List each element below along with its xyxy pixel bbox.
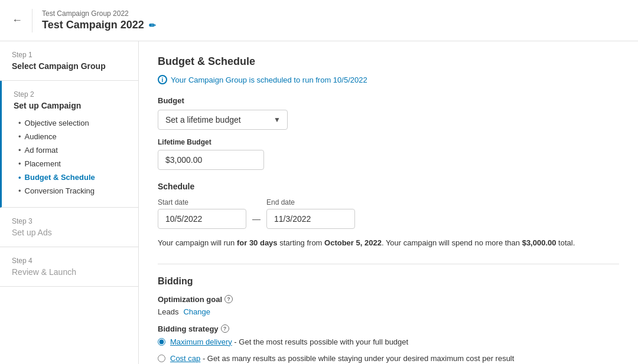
section-divider (158, 264, 619, 264)
bidding-strategy-help-icon[interactable]: ? (221, 324, 229, 333)
budget-dropdown[interactable]: Set a lifetime budget (158, 110, 288, 130)
sidebar-item-objective[interactable]: Objective selection (18, 116, 126, 130)
back-button[interactable]: ← (12, 14, 22, 27)
radio-cost-cap[interactable] (158, 355, 165, 362)
summary-text-3: . Your campaign will spend no more than (382, 238, 522, 247)
radio-label-maximum-delivery: Maximum delivery - Get the most results … (170, 337, 408, 347)
leads-text: Leads (158, 307, 178, 316)
campaign-group-name: Test Campaign Group 2022 (42, 9, 156, 18)
step1-title: Select Campaign Group (12, 61, 126, 71)
summary-bold-2: October 5, 2022 (324, 238, 382, 247)
edit-icon[interactable]: ✏ (149, 21, 156, 30)
bidding-strategy-options: Maximum delivery - Get the most results … (158, 337, 619, 364)
step2-section: Step 2 Set up Campaign Objective selecti… (0, 81, 138, 208)
end-date-label: End date (266, 198, 355, 206)
sidebar: Step 1 Select Campaign Group Step 2 Set … (0, 41, 139, 364)
sidebar-item-placement[interactable]: Placement (18, 157, 126, 170)
sidebar-item-conversion[interactable]: Conversion Tracking (18, 184, 126, 198)
lifetime-budget-label: Lifetime Budget (158, 138, 619, 146)
lifetime-budget-input[interactable] (158, 150, 264, 170)
sidebar-item-budget[interactable]: Budget & Schedule (18, 170, 126, 184)
summary-text-1: Your campaign will run (158, 238, 237, 247)
campaign-summary: Your campaign will run for 30 days start… (158, 237, 619, 250)
schedule-section: Schedule Start date — End date (158, 182, 619, 229)
end-date-input[interactable] (266, 209, 355, 229)
step1-label: Step 1 (12, 51, 126, 59)
cost-cap-link[interactable]: Cost cap (170, 354, 200, 363)
date-row: Start date — End date (158, 198, 619, 229)
leads-row: Leads Change (158, 307, 619, 316)
budget-label: Budget (158, 96, 619, 105)
bidding-title: Bidding (158, 276, 619, 287)
info-icon: i (158, 75, 167, 84)
radio-item-cost-cap[interactable]: Cost cap - Get as many results as possib… (158, 353, 619, 364)
step3-title: Set up Ads (12, 228, 126, 237)
radio-item-maximum-delivery[interactable]: Maximum delivery - Get the most results … (158, 337, 619, 347)
start-date-label: Start date (158, 198, 246, 206)
header: ← Test Campaign Group 2022 Test Campaign… (0, 0, 638, 41)
step1-section: Step 1 Select Campaign Group (0, 41, 138, 81)
bidding-strategy-label: Bidding strategy ? (158, 324, 619, 333)
campaign-title: Test Campaign 2022 (42, 19, 144, 31)
start-date-input[interactable] (158, 209, 246, 229)
radio-maximum-delivery[interactable] (158, 338, 165, 346)
step4-title: Review & Launch (12, 267, 126, 277)
step3-label: Step 3 (12, 217, 126, 225)
main-layout: Step 1 Select Campaign Group Step 2 Set … (0, 41, 638, 364)
end-date-group: End date (266, 198, 355, 229)
step2-title: Set up Campaign (14, 101, 126, 110)
budget-dropdown-wrapper: Set a lifetime budget ▼ (158, 110, 288, 130)
summary-bold-3: $3,000.00 (522, 238, 556, 247)
step2-label: Step 2 (14, 90, 126, 99)
maximum-delivery-link[interactable]: Maximum delivery (170, 337, 232, 346)
summary-text-2: starting from (278, 238, 324, 247)
step3-section: Step 3 Set up Ads (0, 208, 138, 247)
start-date-group: Start date (158, 198, 246, 229)
schedule-label: Schedule (158, 182, 619, 191)
optimization-goal-help-icon[interactable]: ? (224, 295, 233, 303)
radio-label-cost-cap: Cost cap - Get as many results as possib… (170, 353, 514, 364)
sidebar-item-adformat[interactable]: Ad format (18, 143, 126, 157)
summary-text-4: total. (556, 238, 575, 247)
info-banner: i Your Campaign Group is scheduled to ru… (158, 75, 619, 84)
date-dash: — (252, 214, 261, 224)
main-content: Budget & Schedule i Your Campaign Group … (139, 41, 638, 364)
header-titles: Test Campaign Group 2022 Test Campaign 2… (42, 9, 156, 31)
info-text: Your Campaign Group is scheduled to run … (171, 76, 367, 84)
step2-subitems: Objective selection Audience Ad format P… (14, 116, 126, 198)
sidebar-item-audience[interactable]: Audience (18, 130, 126, 143)
summary-bold-1: for 30 days (237, 238, 278, 247)
step4-label: Step 4 (12, 257, 126, 265)
budget-schedule-title: Budget & Schedule (158, 55, 619, 68)
change-link[interactable]: Change (183, 307, 210, 316)
header-divider (32, 9, 32, 32)
optimization-goal-label: Optimization goal ? (158, 295, 619, 304)
step4-section: Step 4 Review & Launch (0, 247, 138, 287)
campaign-title-row: Test Campaign 2022 ✏ (42, 19, 156, 31)
